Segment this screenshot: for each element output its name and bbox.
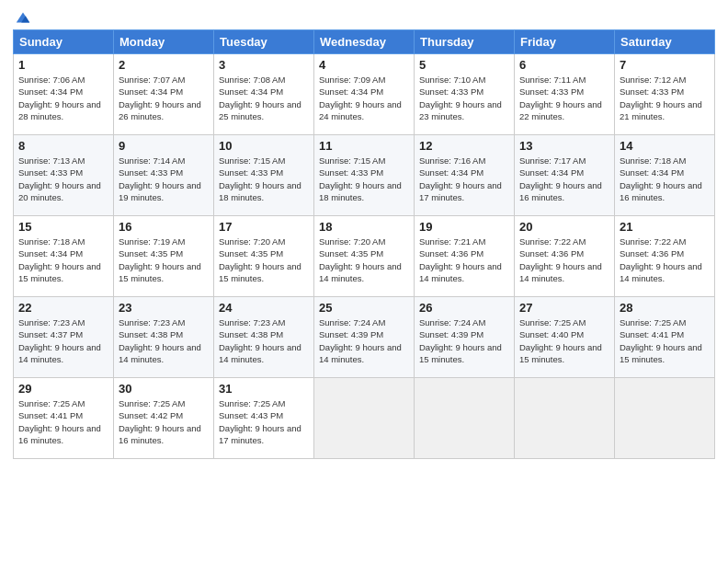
day-info: Sunrise: 7:15 AM Sunset: 4:33 PM Dayligh… [219, 155, 309, 203]
calendar-cell: 15 Sunrise: 7:18 AM Sunset: 4:34 PM Dayl… [14, 216, 114, 297]
day-number: 1 [18, 58, 108, 72]
day-info: Sunrise: 7:20 AM Sunset: 4:35 PM Dayligh… [219, 236, 309, 284]
calendar-cell: 21 Sunrise: 7:22 AM Sunset: 4:36 PM Dayl… [615, 216, 715, 297]
day-number: 7 [620, 58, 710, 72]
calendar-cell: 7 Sunrise: 7:12 AM Sunset: 4:33 PM Dayli… [615, 54, 715, 135]
calendar-cell: 18 Sunrise: 7:20 AM Sunset: 4:35 PM Dayl… [314, 216, 415, 297]
day-info: Sunrise: 7:22 AM Sunset: 4:36 PM Dayligh… [519, 236, 609, 284]
calendar-cell: 8 Sunrise: 7:13 AM Sunset: 4:33 PM Dayli… [14, 135, 114, 216]
day-info: Sunrise: 7:19 AM Sunset: 4:35 PM Dayligh… [119, 236, 209, 284]
calendar-cell: 13 Sunrise: 7:17 AM Sunset: 4:34 PM Dayl… [515, 135, 615, 216]
col-header-tuesday: Tuesday [214, 30, 314, 54]
col-header-monday: Monday [114, 30, 214, 54]
week-row-1: 1 Sunrise: 7:06 AM Sunset: 4:34 PM Dayli… [14, 54, 715, 135]
calendar-cell: 23 Sunrise: 7:23 AM Sunset: 4:38 PM Dayl… [114, 297, 214, 378]
calendar-cell: 16 Sunrise: 7:19 AM Sunset: 4:35 PM Dayl… [114, 216, 214, 297]
day-info: Sunrise: 7:25 AM Sunset: 4:40 PM Dayligh… [519, 316, 609, 365]
day-info: Sunrise: 7:24 AM Sunset: 4:39 PM Dayligh… [419, 316, 509, 365]
day-number: 26 [419, 301, 509, 315]
calendar-cell: 9 Sunrise: 7:14 AM Sunset: 4:33 PM Dayli… [114, 135, 214, 216]
calendar-cell: 14 Sunrise: 7:18 AM Sunset: 4:34 PM Dayl… [615, 135, 715, 216]
calendar-cell: 4 Sunrise: 7:09 AM Sunset: 4:34 PM Dayli… [314, 54, 415, 135]
calendar-cell: 5 Sunrise: 7:10 AM Sunset: 4:33 PM Dayli… [415, 54, 515, 135]
day-number: 18 [319, 220, 409, 234]
day-info: Sunrise: 7:24 AM Sunset: 4:39 PM Dayligh… [319, 316, 409, 365]
calendar-cell: 27 Sunrise: 7:25 AM Sunset: 4:40 PM Dayl… [515, 297, 615, 378]
day-number: 2 [119, 58, 209, 72]
calendar-cell [314, 378, 415, 459]
day-info: Sunrise: 7:25 AM Sunset: 4:41 PM Dayligh… [620, 316, 710, 365]
header [13, 9, 715, 22]
day-info: Sunrise: 7:22 AM Sunset: 4:36 PM Dayligh… [620, 236, 710, 284]
day-info: Sunrise: 7:23 AM Sunset: 4:37 PM Dayligh… [18, 316, 108, 365]
day-number: 14 [620, 139, 710, 153]
day-info: Sunrise: 7:14 AM Sunset: 4:33 PM Dayligh… [119, 155, 209, 203]
col-header-friday: Friday [515, 30, 615, 54]
calendar-cell: 24 Sunrise: 7:23 AM Sunset: 4:38 PM Dayl… [214, 297, 314, 378]
calendar-cell: 22 Sunrise: 7:23 AM Sunset: 4:37 PM Dayl… [14, 297, 114, 378]
day-number: 28 [620, 301, 710, 315]
calendar-cell: 20 Sunrise: 7:22 AM Sunset: 4:36 PM Dayl… [515, 216, 615, 297]
day-number: 12 [419, 139, 509, 153]
day-info: Sunrise: 7:08 AM Sunset: 4:34 PM Dayligh… [219, 74, 309, 122]
day-number: 13 [519, 139, 609, 153]
col-header-sunday: Sunday [14, 30, 114, 54]
logo [13, 9, 31, 22]
day-info: Sunrise: 7:11 AM Sunset: 4:33 PM Dayligh… [519, 74, 609, 122]
day-info: Sunrise: 7:20 AM Sunset: 4:35 PM Dayligh… [319, 236, 409, 284]
day-info: Sunrise: 7:09 AM Sunset: 4:34 PM Dayligh… [319, 74, 409, 122]
col-header-wednesday: Wednesday [314, 30, 415, 54]
col-header-saturday: Saturday [615, 30, 715, 54]
day-number: 16 [119, 220, 209, 234]
day-number: 5 [419, 58, 509, 72]
day-number: 30 [119, 382, 209, 396]
day-info: Sunrise: 7:18 AM Sunset: 4:34 PM Dayligh… [18, 236, 108, 284]
day-info: Sunrise: 7:21 AM Sunset: 4:36 PM Dayligh… [419, 236, 509, 284]
logo-icon [15, 9, 31, 26]
day-number: 19 [419, 220, 509, 234]
day-number: 27 [519, 301, 609, 315]
day-number: 4 [319, 58, 409, 72]
day-info: Sunrise: 7:17 AM Sunset: 4:34 PM Dayligh… [519, 155, 609, 203]
calendar-cell: 30 Sunrise: 7:25 AM Sunset: 4:42 PM Dayl… [114, 378, 214, 459]
day-number: 25 [319, 301, 409, 315]
day-info: Sunrise: 7:07 AM Sunset: 4:34 PM Dayligh… [119, 74, 209, 122]
calendar-cell: 28 Sunrise: 7:25 AM Sunset: 4:41 PM Dayl… [615, 297, 715, 378]
calendar-cell [515, 378, 615, 459]
day-number: 23 [119, 301, 209, 315]
day-number: 17 [219, 220, 309, 234]
day-number: 8 [18, 139, 108, 153]
week-row-4: 22 Sunrise: 7:23 AM Sunset: 4:37 PM Dayl… [14, 297, 715, 378]
day-info: Sunrise: 7:25 AM Sunset: 4:43 PM Dayligh… [219, 397, 309, 446]
calendar-cell: 11 Sunrise: 7:15 AM Sunset: 4:33 PM Dayl… [314, 135, 415, 216]
day-info: Sunrise: 7:16 AM Sunset: 4:34 PM Dayligh… [419, 155, 509, 203]
calendar-cell: 26 Sunrise: 7:24 AM Sunset: 4:39 PM Dayl… [415, 297, 515, 378]
day-number: 24 [219, 301, 309, 315]
header-row: SundayMondayTuesdayWednesdayThursdayFrid… [14, 30, 715, 54]
calendar-cell: 19 Sunrise: 7:21 AM Sunset: 4:36 PM Dayl… [415, 216, 515, 297]
day-number: 6 [519, 58, 609, 72]
day-info: Sunrise: 7:25 AM Sunset: 4:42 PM Dayligh… [119, 397, 209, 446]
day-info: Sunrise: 7:23 AM Sunset: 4:38 PM Dayligh… [219, 316, 309, 365]
day-number: 15 [18, 220, 108, 234]
day-info: Sunrise: 7:23 AM Sunset: 4:38 PM Dayligh… [119, 316, 209, 365]
calendar-cell: 12 Sunrise: 7:16 AM Sunset: 4:34 PM Dayl… [415, 135, 515, 216]
day-number: 3 [219, 58, 309, 72]
day-number: 22 [18, 301, 108, 315]
calendar: SundayMondayTuesdayWednesdayThursdayFrid… [13, 29, 715, 459]
day-number: 29 [18, 382, 108, 396]
calendar-cell: 31 Sunrise: 7:25 AM Sunset: 4:43 PM Dayl… [214, 378, 314, 459]
week-row-2: 8 Sunrise: 7:13 AM Sunset: 4:33 PM Dayli… [14, 135, 715, 216]
day-number: 20 [519, 220, 609, 234]
calendar-cell: 1 Sunrise: 7:06 AM Sunset: 4:34 PM Dayli… [14, 54, 114, 135]
day-info: Sunrise: 7:10 AM Sunset: 4:33 PM Dayligh… [419, 74, 509, 122]
day-info: Sunrise: 7:18 AM Sunset: 4:34 PM Dayligh… [620, 155, 710, 203]
week-row-3: 15 Sunrise: 7:18 AM Sunset: 4:34 PM Dayl… [14, 216, 715, 297]
calendar-cell [615, 378, 715, 459]
day-info: Sunrise: 7:12 AM Sunset: 4:33 PM Dayligh… [620, 74, 710, 122]
calendar-cell: 25 Sunrise: 7:24 AM Sunset: 4:39 PM Dayl… [314, 297, 415, 378]
day-info: Sunrise: 7:13 AM Sunset: 4:33 PM Dayligh… [18, 155, 108, 203]
day-info: Sunrise: 7:15 AM Sunset: 4:33 PM Dayligh… [319, 155, 409, 203]
col-header-thursday: Thursday [415, 30, 515, 54]
day-number: 31 [219, 382, 309, 396]
